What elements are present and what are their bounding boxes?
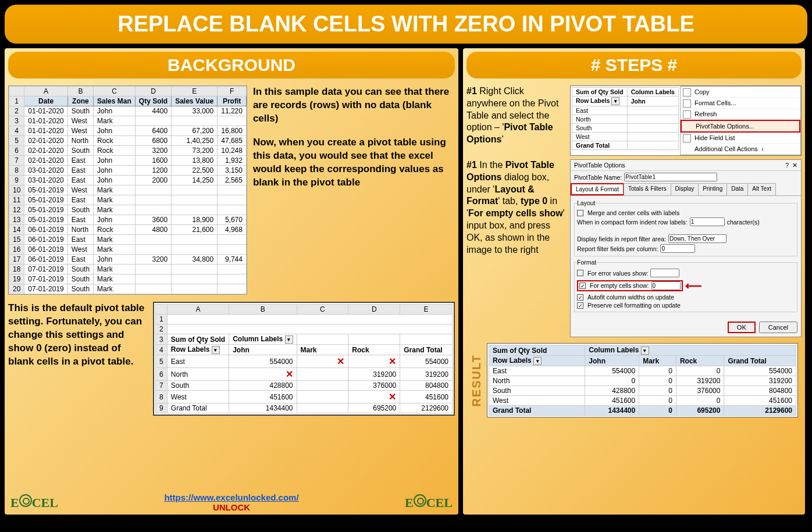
background-para-2: Now, when you create a pivot table using… — [253, 136, 455, 190]
display-fields-label: Display fields in report filter area: — [577, 235, 666, 242]
dialog-help-close[interactable]: ? ✕ — [785, 162, 797, 169]
menu-additional-actions[interactable]: Additional Cell Actions › — [681, 144, 800, 155]
main-title: REPLACE BLANK CELLS WITH ZERO IN PIVOT T… — [5, 5, 807, 44]
result-label: RESULT — [470, 354, 483, 407]
menu-format-cells[interactable]: Format Cells... — [681, 98, 800, 109]
source-data-table: ABCDEF1DateZoneSales ManQty SoldSales Va… — [8, 85, 247, 295]
tab-totals-filters[interactable]: Totals & Filters — [624, 183, 671, 195]
empty-label: For empty cells show: — [590, 282, 649, 289]
ok-button[interactable]: OK — [728, 322, 756, 333]
error-label: For error values show: — [587, 270, 648, 277]
menu-pivottable-options[interactable]: PivotTable Options... — [681, 120, 800, 133]
background-para-1: In this sample data you can see that the… — [253, 85, 455, 126]
autofit-checkbox[interactable]: ✓ — [577, 294, 583, 301]
key-icon — [414, 494, 426, 507]
indent-label: When in compact form indent row labels: — [577, 219, 688, 226]
background-panel: BACKGROUND ABCDEF1DateZoneSales ManQty S… — [5, 48, 458, 515]
step-2-text: #1 In the Pivot Table Options dialog box… — [466, 159, 565, 337]
result-pivot-table: Sum of Qty SoldColumn Labels ▾Row Labels… — [487, 343, 798, 417]
tab-printing[interactable]: Printing — [698, 183, 727, 195]
context-menu-screenshot: Sum of Qty SoldColumn Labels Row Labels … — [570, 85, 802, 156]
error-input[interactable] — [650, 269, 679, 277]
error-checkbox[interactable] — [577, 270, 583, 276]
excel-unlocked-logo-right: ECEL — [405, 494, 453, 510]
menu-copy[interactable]: Copy — [681, 87, 800, 98]
tab-display[interactable]: Display — [671, 183, 699, 195]
report-filter-label: Report filter fields per column: — [577, 245, 658, 252]
empty-checkbox[interactable]: ✓ — [579, 283, 586, 289]
pivot-name-input[interactable] — [624, 173, 717, 181]
key-icon — [19, 494, 32, 507]
excel-unlocked-logo: ECEL — [10, 494, 58, 510]
steps-panel: # STEPS # #1 Right Click anywhere on the… — [463, 48, 805, 515]
tab-alt-text[interactable]: Alt Text — [747, 183, 776, 195]
merge-checkbox[interactable] — [577, 210, 583, 216]
empty-input[interactable] — [651, 281, 681, 290]
site-link[interactable]: https://www.excelunlocked.com/ — [164, 492, 298, 502]
background-para-3: This is the default pivot table setting.… — [8, 302, 147, 369]
refresh-icon — [683, 110, 691, 119]
copy-icon — [683, 88, 691, 97]
report-filter-input[interactable] — [660, 244, 695, 253]
display-fields-select[interactable] — [668, 234, 726, 243]
pivottable-options-dialog: PivotTable Options? ✕ PivotTable Name: L… — [570, 159, 802, 337]
layout-legend: Layout — [577, 199, 596, 206]
merge-label: Merge and center cells with labels — [587, 209, 679, 216]
preserve-label: Preserve cell formatting on update — [587, 302, 681, 309]
steps-header: # STEPS # — [466, 52, 802, 78]
default-pivot-table: ABCDE123Sum of Qty SoldColumn Labels ▾4R… — [153, 302, 455, 416]
pivot-name-label: PivotTable Name: — [574, 174, 622, 181]
list-icon — [683, 134, 691, 142]
cancel-button[interactable]: Cancel — [759, 322, 797, 333]
context-menu: Copy Format Cells... Refresh PivotTable … — [680, 86, 801, 155]
menu-hide-field-list[interactable]: Hide Field List — [681, 133, 800, 144]
dialog-title: PivotTable Options — [574, 162, 625, 169]
format-legend: Format — [577, 259, 596, 266]
dropdown-icon[interactable]: ▾ — [611, 97, 619, 105]
preserve-checkbox[interactable]: ✓ — [577, 302, 583, 309]
autofit-label: Autofit column widths on update — [587, 294, 674, 301]
format-icon — [683, 99, 691, 108]
step-1-text: #1 Right Click anywhere on the Pivot Tab… — [466, 85, 565, 156]
background-header: BACKGROUND — [8, 52, 455, 78]
menu-refresh[interactable]: Refresh — [681, 109, 800, 120]
unlock-label: UNLOCK — [213, 502, 250, 512]
red-arrow-icon: ⟵ — [685, 279, 702, 292]
tab-layout-format[interactable]: Layout & Format — [571, 183, 624, 195]
indent-input[interactable] — [690, 217, 725, 226]
tab-data[interactable]: Data — [726, 183, 748, 195]
